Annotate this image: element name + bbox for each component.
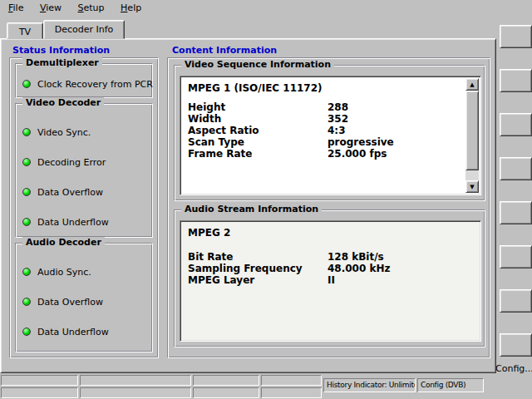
scroll-up-icon[interactable]: ▲ xyxy=(466,78,479,91)
application-window: File View Setup Help TV Decoder Info Sta… xyxy=(0,0,532,399)
content-information-title: Content Information xyxy=(172,45,277,56)
softkey-button-2[interactable] xyxy=(500,69,532,92)
group-audio-decoder: Audio Decoder Audio Sync. Data Overflow … xyxy=(15,243,153,352)
statusbar-segment xyxy=(80,387,191,398)
audio-standard: MPEG 2 xyxy=(188,227,230,239)
group-audio-stream-information: Audio Stream Information MPEG 2 Bit Rate… xyxy=(174,209,485,347)
status-item-label: Clock Recovery from PCR xyxy=(37,79,153,90)
info-label: Frame Rate xyxy=(188,148,252,160)
softkey-button-8[interactable] xyxy=(500,333,532,357)
info-row: Width 352 xyxy=(180,113,464,125)
group-audio-decoder-title: Audio Decoder xyxy=(22,237,105,248)
info-row: MPEG Layer II xyxy=(180,274,464,286)
menu-setup[interactable]: Setup xyxy=(71,0,111,15)
statusbar-segment xyxy=(1,387,78,398)
info-value: 288 xyxy=(328,101,348,113)
statusbar-segment xyxy=(261,387,322,398)
menu-bar: File View Setup Help xyxy=(0,0,532,17)
status-item-label: Data Underflow xyxy=(37,217,109,228)
led-green-icon xyxy=(22,328,31,336)
info-row: Aspect Ratio 4:3 xyxy=(180,125,464,136)
status-item-label: Data Overflow xyxy=(37,297,103,308)
scroll-down-icon[interactable]: ▼ xyxy=(466,180,479,193)
statusbar-segment xyxy=(80,375,191,386)
status-item-clock-recovery: Clock Recovery from PCR xyxy=(22,79,153,89)
led-green-icon xyxy=(22,218,31,226)
info-label: Aspect Ratio xyxy=(188,125,259,136)
led-green-icon xyxy=(22,158,31,166)
status-item-label: Audio Sync. xyxy=(37,267,91,278)
info-label: MPEG Layer xyxy=(188,274,254,286)
led-green-icon xyxy=(22,188,31,196)
audio-stream-info-box: MPEG 2 Bit Rate 128 kBit/s Sampling Freq… xyxy=(180,220,481,342)
content-information-box: Video Sequence Information MPEG 1 (ISO/I… xyxy=(167,57,490,358)
config-softkey-label[interactable]: Config... xyxy=(495,363,532,374)
led-green-icon xyxy=(22,298,31,306)
status-item-audio-sync: Audio Sync. xyxy=(22,267,91,277)
statusbar-segment xyxy=(193,387,259,398)
tab-decoder-info[interactable]: Decoder Info xyxy=(43,20,125,39)
menu-file[interactable]: File xyxy=(2,0,30,15)
group-demultiplexer-title: Demultiplexer xyxy=(22,57,102,68)
softkey-button-5[interactable] xyxy=(500,201,532,224)
status-item-label: Video Sync. xyxy=(37,127,91,138)
scrollbar-vertical[interactable]: ▲ ▼ xyxy=(466,78,479,193)
led-green-icon xyxy=(22,80,31,88)
softkey-button-4[interactable] xyxy=(500,157,532,180)
softkey-button-7[interactable] xyxy=(500,289,532,313)
info-value: 352 xyxy=(328,113,348,125)
info-value: 48.000 kHz xyxy=(328,263,391,274)
statusbar-segment xyxy=(1,375,78,386)
scroll-thumb[interactable] xyxy=(466,91,479,170)
status-item-video-sync: Video Sync. xyxy=(22,127,91,137)
decoder-info-panel: Status Information Demultiplexer Clock R… xyxy=(0,38,496,373)
softkey-button-1[interactable] xyxy=(500,25,532,48)
statusbar-segment xyxy=(193,375,259,386)
softkey-button-6[interactable] xyxy=(500,245,532,268)
info-value: progressive xyxy=(328,136,394,148)
info-label: Height xyxy=(188,101,225,113)
info-row: Sampling Frequency 48.000 kHz xyxy=(180,263,464,274)
group-video-sequence-title: Video Sequence Information xyxy=(181,59,334,70)
info-row: Frame Rate 25.000 fps xyxy=(180,148,464,160)
group-demultiplexer: Demultiplexer Clock Recovery from PCR xyxy=(15,63,153,98)
info-value: 128 kBit/s xyxy=(328,251,384,263)
group-audio-stream-title: Audio Stream Information xyxy=(181,204,322,214)
group-video-decoder: Video Decoder Video Sync. Decoding Error… xyxy=(15,103,153,238)
history-indicator-status: History Indicator: Unlimited xyxy=(323,378,416,392)
info-value: 25.000 fps xyxy=(328,148,387,160)
status-item-audio-data-underflow: Data Underflow xyxy=(22,327,109,337)
info-value: II xyxy=(328,274,335,286)
video-standard: MPEG 1 (ISO/IEC 11172) xyxy=(188,82,323,94)
group-video-decoder-title: Video Decoder xyxy=(22,97,104,108)
status-item-decoding-error: Decoding Error xyxy=(22,157,106,167)
menu-view[interactable]: View xyxy=(33,0,68,15)
status-information-title: Status Information xyxy=(12,45,110,56)
led-green-icon xyxy=(22,128,31,136)
tab-tv[interactable]: TV xyxy=(7,22,43,39)
menu-help[interactable]: Help xyxy=(114,0,148,15)
info-label: Width xyxy=(188,113,221,125)
info-label: Bit Rate xyxy=(188,251,233,263)
softkey-button-3[interactable] xyxy=(500,113,532,136)
group-video-sequence-information: Video Sequence Information MPEG 1 (ISO/I… xyxy=(174,65,485,201)
status-item-video-data-underflow: Data Underflow xyxy=(22,217,109,227)
config-status: Config (DVB) xyxy=(417,378,484,392)
info-label: Sampling Frequency xyxy=(188,263,303,274)
status-item-video-data-overflow: Data Overflow xyxy=(22,187,103,197)
video-sequence-info-box: MPEG 1 (ISO/IEC 11172) Height 288 Width … xyxy=(180,76,481,195)
led-green-icon xyxy=(22,268,31,276)
status-information-box: Demultiplexer Clock Recovery from PCR Vi… xyxy=(9,57,159,358)
info-row: Scan Type progressive xyxy=(180,136,464,148)
info-label: Scan Type xyxy=(188,136,244,148)
info-row: Height 288 xyxy=(180,101,464,113)
status-item-label: Data Underflow xyxy=(37,327,109,337)
status-item-label: Data Overflow xyxy=(37,187,103,198)
statusbar-segment xyxy=(261,375,322,386)
info-value: 4:3 xyxy=(328,125,346,136)
status-item-audio-data-overflow: Data Overflow xyxy=(22,297,103,307)
status-item-label: Decoding Error xyxy=(37,157,106,168)
info-row: Bit Rate 128 kBit/s xyxy=(180,251,464,263)
